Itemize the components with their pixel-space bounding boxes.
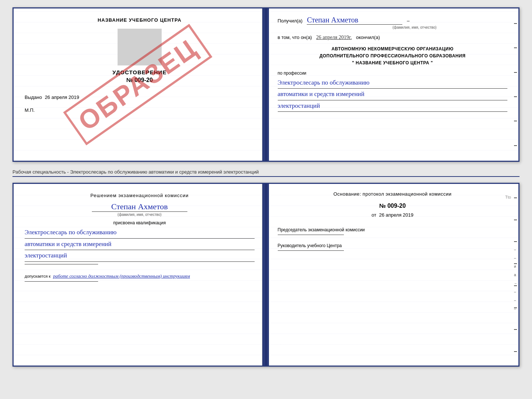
decision-name-wrapper: Степан Ахметов [25, 202, 255, 212]
photo-placeholder [118, 29, 162, 65]
edge-label-dash2: – [514, 247, 518, 252]
qualification-sig-line [25, 264, 98, 264]
edge-label-i: и [514, 264, 518, 268]
allowed-label: допускается к [25, 274, 51, 278]
edge-label-a: а [514, 273, 518, 277]
protocol-date: 26 апреля 2019 [379, 212, 414, 218]
edge-label-dash5: – [514, 298, 518, 302]
protocol-date-line: от 26 апреля 2019 [278, 212, 508, 218]
cert-type: УДОСТОВЕРЕНИЕ [25, 69, 255, 75]
spine-top [262, 8, 269, 161]
director-sig-line [278, 250, 344, 251]
edge-marks-top [513, 8, 518, 161]
decision-name: Степан Ахметов [92, 202, 187, 212]
qualification-label: присвоена квалификация [25, 220, 255, 225]
chairman-sig-line [278, 235, 344, 235]
director-label: Руководитель учебного Центра [278, 242, 508, 249]
org-block: АВТОНОМНУЮ НЕКОММЕРЧЕСКУЮ ОРГАНИЗАЦИЮ ДО… [278, 46, 508, 67]
cert-number: № 009-20 [25, 77, 255, 83]
in-that-label: в том, что он(а) [278, 35, 312, 40]
spine-bottom [262, 184, 269, 366]
allowed-text: работе согласно должностным (производств… [53, 273, 190, 279]
allowed-line: допускается к работе согласно должностны… [25, 273, 255, 279]
edge-labels: – – – и а ← – – – [514, 184, 518, 366]
profession-label: по профессии [278, 71, 508, 76]
completed-label: окончил(а) [356, 35, 380, 40]
qual-line3: электростанций [25, 250, 255, 262]
profession-line2: автоматики и средств измерений [278, 89, 508, 100]
school-title-top: НАЗВАНИЕ УЧЕБНОГО ЦЕНТРА [25, 17, 255, 23]
tto-reference: Tto [505, 195, 511, 199]
org-line3: " НАЗВАНИЕ УЧЕБНОГО ЦЕНТРА " [278, 60, 508, 67]
qual-line2: автоматики и средств измерений [25, 239, 255, 250]
qual-line1: Электрослесарь по обслуживанию [25, 227, 255, 239]
profession-line1: Электрослесарь по обслуживанию [278, 77, 508, 89]
specialty-text: Рабочая специальность - Электрослесарь п… [12, 168, 520, 177]
bottom-right-page: Основание: протокол экзаменационной коми… [269, 184, 519, 366]
edge-label-dash3: – [514, 256, 518, 260]
issued-line: Выдано 26 апреля 2019 [25, 95, 255, 100]
edge-label-dash6: – [514, 307, 518, 311]
date-line: в том, что он(а) 26 апреля 2019г. окончи… [278, 35, 508, 40]
chairman-label: Председатель экзаменационной комиссии [278, 227, 508, 233]
edge-label-arrow: ← [514, 281, 518, 285]
mp-label: М.П. [25, 107, 255, 113]
org-line1: АВТОНОМНУЮ НЕКОММЕРЧЕСКУЮ ОРГАНИЗАЦИЮ [278, 46, 508, 53]
chairman-block: Председатель экзаменационной комиссии [278, 227, 508, 235]
recipient-name: Степан Ахметов [307, 16, 402, 25]
basis-title: Основание: протокол экзаменационной коми… [278, 191, 508, 197]
edge-label-dash1: – [514, 239, 518, 243]
completed-date: 26 апреля 2019г. [316, 35, 352, 40]
top-booklet: НАЗВАНИЕ УЧЕБНОГО ЦЕНТРА УДОСТОВЕРЕНИЕ №… [12, 7, 520, 162]
dash1: – [407, 18, 409, 24]
protocol-number: № 009-20 [278, 203, 508, 209]
fio-sublabel: (фамилия, имя, отчество) [322, 25, 508, 29]
protocol-date-label: от [371, 212, 376, 218]
director-block: Руководитель учебного Центра [278, 242, 508, 251]
allowed-sig-line [25, 281, 98, 282]
profession-line3: электростанций [278, 100, 508, 112]
bottom-booklet: Решением экзаменационной комиссии Степан… [12, 183, 520, 367]
left-page-top: НАЗВАНИЕ УЧЕБНОГО ЦЕНТРА УДОСТОВЕРЕНИЕ №… [14, 8, 262, 161]
org-line2: ДОПОЛНИТЕЛЬНОГО ПРОФЕССИОНАЛЬНОГО ОБРАЗО… [278, 53, 508, 60]
right-page-top: Получил(а) Степан Ахметов – (фамилия, им… [269, 8, 519, 161]
issued-label: Выдано [25, 95, 42, 100]
decision-fio-sub: (фамилия, имя, отчество) [25, 213, 255, 217]
issued-date: 26 апреля 2019 [45, 95, 79, 100]
edge-label-dash4: – [514, 290, 518, 294]
received-line: Получил(а) Степан Ахметов – [278, 16, 508, 25]
bottom-left-page: Решением экзаменационной комиссии Степан… [14, 184, 262, 366]
received-label: Получил(а) [278, 18, 303, 24]
decision-title: Решением экзаменационной комиссии [25, 193, 255, 198]
